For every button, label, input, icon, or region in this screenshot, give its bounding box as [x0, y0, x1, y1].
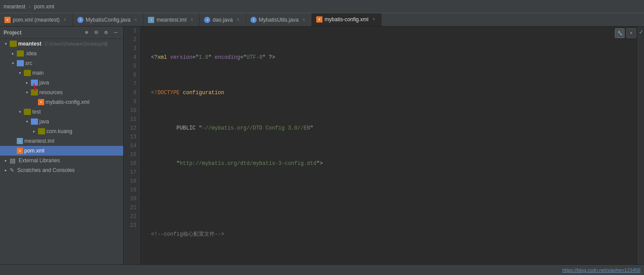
tree-item-main[interactable]: main	[0, 68, 123, 78]
project-label: meantest	[4, 4, 25, 10]
main-content: Project ⊕ ⊟ ⚙ — ➘ meantest C:\Users\Delw…	[0, 27, 644, 264]
breadcrumb-sep1: ›	[29, 4, 30, 10]
tree-item-com-kuang[interactable]: com.kuang	[0, 126, 123, 136]
tree-item-resources[interactable]: resources	[0, 88, 123, 97]
ln-2: 2	[124, 35, 136, 44]
file-label: pom.xml	[34, 4, 54, 10]
tab-pom-xml[interactable]: x pom.xml (meantest) ×	[0, 13, 73, 26]
tree-label-pom-xml: pom.xml	[24, 148, 44, 154]
locate-icon[interactable]: ⊕	[83, 29, 91, 37]
tree-label-main: main	[32, 70, 44, 76]
ln-10: 10	[124, 106, 136, 115]
tab-close-dao-java[interactable]: ×	[235, 17, 241, 23]
iml-icon-1: i	[148, 17, 154, 23]
sidebar-title: Project	[4, 30, 83, 36]
tree-item-src[interactable]: src	[0, 58, 123, 68]
bottom-bar: https://blog.csdn.net/xiaohen123456	[0, 264, 644, 275]
tree-item-pom-xml[interactable]: X pom.xml	[0, 146, 123, 156]
folder-icon-main	[24, 70, 31, 76]
ln-13: 13	[124, 133, 136, 141]
folder-icon-test	[24, 109, 31, 115]
ln-16: 16	[124, 159, 136, 168]
project-tree: meantest C:\Users\Delware\Desktop\项 .ide…	[0, 39, 123, 264]
code-line-6: <!--config核心配置文件-->	[144, 230, 638, 239]
tree-label-scratches: Scratches and Consoles	[17, 167, 75, 173]
tree-arrow-com-kuang[interactable]	[31, 129, 37, 134]
editor-toolbar: 🔧 ×	[613, 27, 638, 40]
tree-arrow-scratches[interactable]	[3, 168, 8, 173]
tab-mybatis-utils-java[interactable]: J MybatisUtils.java ×	[246, 13, 312, 26]
tree-item-idea[interactable]: .idea	[0, 49, 123, 58]
tab-dao-java[interactable]: J dao.java ×	[200, 13, 246, 26]
tree-item-external-libraries[interactable]: ▤ External Libraries	[0, 156, 123, 165]
code-line-3: PUBLIC "-//mybatis.org//DTD Config 3.0//…	[144, 124, 638, 133]
java-icon-2: J	[204, 17, 210, 23]
folder-icon-test-java	[31, 118, 38, 125]
tree-arrow-ext-libs[interactable]	[3, 158, 8, 163]
tab-label-pom-xml: pom.xml (meantest)	[13, 17, 60, 23]
tree-label-external-libraries: External Libraries	[19, 157, 60, 164]
tree-label-mybatis-config-xml: mybatis-config.xml	[45, 99, 89, 105]
tab-mybatis-config-java[interactable]: J MybatisConfig.java ×	[73, 13, 144, 26]
right-gutter: ✓	[638, 27, 644, 264]
tree-arrow-test[interactable]	[17, 109, 23, 115]
xml-icon-2: x	[316, 16, 322, 23]
tab-label-mybatis-config-java: MybatisConfig.java	[86, 17, 130, 23]
settings-icon[interactable]: ⚙	[102, 29, 110, 37]
ln-5: 5	[124, 62, 136, 71]
ln-1: 1	[124, 27, 136, 35]
ln-20: 20	[124, 195, 136, 203]
ln-3: 3	[124, 44, 136, 53]
tree-item-meantest[interactable]: meantest C:\Users\Delware\Desktop\项	[0, 39, 123, 49]
mybatis-btn[interactable]: 🔧	[615, 28, 625, 38]
tree-arrow-src[interactable]	[10, 61, 15, 66]
sidebar-icons: ⊕ ⊟ ⚙ —	[83, 29, 120, 37]
tab-close-mybatis-config-xml[interactable]: ×	[371, 16, 377, 23]
tree-arrow-test-java[interactable]	[24, 119, 30, 124]
ln-18: 18	[124, 177, 136, 186]
ln-17: 17	[124, 168, 136, 177]
tree-item-meantest-iml[interactable]: i meantest.iml	[0, 136, 123, 146]
code-area[interactable]: 1 2 3 4 5 6 7 8 9 10 11 12 13 14 15 16 1…	[124, 27, 644, 264]
ln-15: 15	[124, 150, 136, 159]
scratches-icon: ✎	[10, 167, 14, 173]
tab-close-pom-xml[interactable]: ×	[62, 17, 68, 23]
tree-item-test[interactable]: test	[0, 107, 123, 117]
tab-meantest-iml[interactable]: i meantest.iml ×	[144, 13, 200, 26]
tree-item-mybatis-config-xml[interactable]: X mybatis-config.xml	[0, 97, 123, 107]
bottom-url[interactable]: https://blog.csdn.net/xiaohen123456	[562, 267, 640, 273]
tree-item-scratches[interactable]: ✎ Scratches and Consoles	[0, 165, 123, 175]
tab-mybatis-config-xml[interactable]: x mybatis-config.xml ×	[312, 13, 382, 26]
ln-22: 22	[124, 212, 136, 221]
minimize-icon[interactable]: —	[112, 29, 120, 37]
ln-8: 8	[124, 88, 136, 97]
xml-file-icon-pom: X	[17, 148, 23, 154]
tab-close-mybatis-utils-java[interactable]: ×	[301, 17, 307, 23]
breadcrumb: meantest › pom.xml	[4, 4, 54, 10]
tab-close-meantest-iml[interactable]: ×	[189, 17, 195, 23]
tree-label-src: src	[25, 60, 32, 66]
tree-arrow-resources[interactable]	[24, 90, 30, 95]
tree-arrow-java[interactable]	[24, 80, 30, 85]
ln-11: 11	[124, 115, 136, 124]
xml-icon: x	[4, 17, 11, 23]
ln-23: 23	[124, 221, 136, 230]
xml-file-icon-mybatis: X	[38, 99, 44, 105]
close-editor-btn[interactable]: ×	[626, 28, 636, 38]
folder-icon-idea	[17, 50, 24, 57]
tree-arrow-main[interactable]	[17, 70, 23, 76]
tree-item-test-java[interactable]: java	[0, 117, 123, 126]
editor: 🔧 × 1 2 3 4 5 6 7 8 9 10 11 12 13 14 15	[124, 27, 644, 264]
tree-label-meantest: meantest	[18, 41, 42, 47]
tree-item-java[interactable]: java	[0, 78, 123, 88]
ln-7: 7	[124, 80, 136, 88]
tree-arrow-idea[interactable]	[10, 51, 15, 56]
collapse-icon[interactable]: ⊟	[92, 29, 100, 37]
ln-19: 19	[124, 186, 136, 195]
check-mark: ✓	[639, 27, 644, 36]
tab-close-mybatis-config-java[interactable]: ×	[133, 17, 139, 23]
tab-label-meantest-iml: meantest.iml	[156, 17, 186, 23]
tree-arrow-meantest[interactable]	[3, 41, 8, 46]
tree-label-idea: .idea	[25, 50, 37, 57]
code-content[interactable]: <?xml version="1.0" encoding="UTF-8" ?> …	[140, 27, 638, 264]
